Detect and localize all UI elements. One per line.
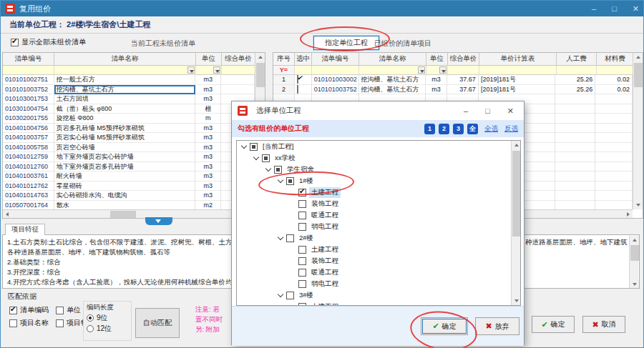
auto-match-button[interactable]: 自动匹配 (135, 308, 180, 338)
level-button[interactable]: 全 (467, 124, 478, 134)
match-checkbox[interactable]: 项目名称 (9, 317, 49, 329)
tree-item[interactable]: 暖通工程 (237, 267, 520, 278)
table-row[interactable]: 2 010101003752 挖沟槽、基坑土石方 m3 37.67 [2019]… (273, 85, 633, 95)
expand-arrow-icon[interactable] (264, 166, 273, 173)
table-row[interactable]: 010401003757 页岩实心砖墙 M5预拌砂浆砌筑 m3 (3, 133, 255, 143)
column-header[interactable]: 单位 (196, 53, 222, 66)
filter-dropdown-icon[interactable] (439, 66, 447, 74)
column-header[interactable]: 材料费 (597, 53, 634, 66)
tree-item[interactable]: 弱电工程 (237, 221, 520, 232)
scroll-thumb[interactable] (630, 245, 639, 261)
column-header[interactable]: 综合单价 (448, 53, 479, 66)
tree-item[interactable]: 装饰工程 (237, 198, 520, 209)
table-row[interactable]: 010507001764 散水 m2 (3, 201, 255, 210)
table-row[interactable]: 010301004754 截（凿）桩头 φ800 根 (3, 104, 255, 114)
tree-item[interactable]: [当前工程] (237, 141, 520, 152)
tree-checkbox[interactable] (286, 292, 294, 299)
table-row[interactable]: 010401012760 地下室外墙页岩多孔砖护墙 m3 (3, 162, 255, 172)
row-checkbox[interactable] (297, 85, 298, 94)
scroll-down-icon[interactable] (630, 280, 639, 289)
scroll-up-icon[interactable] (512, 141, 521, 149)
close-button[interactable]: ✕ (633, 4, 639, 14)
expand-arrow-icon[interactable] (276, 177, 285, 184)
expand-arrow-icon[interactable] (240, 143, 248, 150)
table-row[interactable]: 010401005758 页岩空心砖墙 m3 (3, 143, 255, 153)
tree-checkbox[interactable] (298, 212, 306, 219)
tree-vscrollbar[interactable] (511, 141, 520, 305)
table-row[interactable]: 010401004756 页岩多孔砖墙 M5预拌砂浆砌筑 m3 (3, 124, 255, 134)
table-row[interactable]: 010401012759 地下室外墙页岩实心砖护墙 m3 (3, 152, 255, 162)
tree-checkbox[interactable] (298, 280, 306, 288)
scroll-down-icon[interactable] (512, 297, 521, 305)
scroll-up-icon[interactable] (256, 53, 265, 61)
scroll-thumb[interactable] (512, 151, 521, 237)
tree-item[interactable]: 3#楼 (237, 289, 520, 301)
maximize-button[interactable]: □ (612, 4, 617, 14)
tree-checkbox[interactable] (298, 223, 306, 231)
tab-project-features[interactable]: 项目特征 (5, 224, 45, 235)
column-header[interactable]: 综合单价 (222, 53, 255, 66)
level-button[interactable]: 1 (424, 124, 435, 134)
table-row[interactable]: 010101003752 挖沟槽、基坑土石方 m3 (3, 85, 255, 95)
column-header[interactable]: 清单编号 (312, 53, 359, 66)
scroll-thumb[interactable] (110, 211, 136, 218)
table-row[interactable]: 010401003761 耐火砖墙 m3 (3, 171, 255, 182)
scroll-left-icon[interactable] (3, 210, 11, 219)
scroll-down-icon[interactable] (634, 201, 643, 209)
level-button[interactable]: 2 (439, 124, 449, 134)
scroll-up-icon[interactable] (634, 53, 643, 61)
tree-item[interactable]: 土建工程 (237, 301, 520, 306)
tree-item[interactable]: 装饰工程 (237, 255, 520, 267)
level-button[interactable]: 3 (453, 124, 464, 134)
tree-checkbox[interactable] (286, 177, 294, 185)
column-header[interactable]: 单位 (426, 53, 448, 66)
table-row[interactable]: 010401012762 零星砌砖 m3 (3, 182, 255, 192)
code-length-radio[interactable]: 9位 (87, 312, 128, 323)
tree-item[interactable]: 学生宿舍 (237, 164, 520, 175)
tree-item[interactable]: 1#楼 (237, 175, 520, 187)
filter-dropdown-icon[interactable] (213, 66, 220, 74)
tree-item[interactable]: 土建工程 (237, 244, 520, 255)
table-row[interactable]: 1 010101003002 挖沟槽、基坑土石方 m3 37.67 [2019]… (273, 75, 633, 85)
left-table-hscrollbar[interactable] (3, 209, 255, 218)
right-table-vscrollbar[interactable] (633, 53, 643, 209)
confirm-button[interactable]: ✔ 确定 (532, 316, 575, 333)
match-checkbox[interactable]: 单位 (56, 304, 81, 317)
column-header[interactable]: 清单名称 (359, 53, 426, 66)
collapse-splitter-button[interactable] (145, 217, 172, 225)
expand-arrow-icon[interactable] (252, 154, 260, 161)
column-header[interactable]: 选中 (295, 53, 312, 66)
code-length-radio[interactable]: 12位 (87, 323, 128, 334)
column-header[interactable]: 序号 (273, 53, 295, 66)
dialog-close-button[interactable]: ✕ (507, 106, 514, 116)
dialog-maximize-button[interactable]: □ (485, 106, 490, 116)
match-checkbox[interactable]: 清单编码 (9, 304, 49, 317)
tree-checkbox[interactable] (298, 257, 306, 265)
tree-checkbox[interactable] (298, 200, 306, 208)
expand-arrow-icon[interactable] (276, 292, 285, 299)
tree-item[interactable]: 2#楼 (237, 232, 520, 244)
expand-arrow-icon[interactable] (276, 234, 285, 242)
dialog-abandon-button[interactable]: ✖ 放弃 (475, 317, 519, 335)
tree-checkbox[interactable] (250, 143, 258, 151)
tree-item[interactable]: 土建工程 (237, 187, 520, 198)
minimize-button[interactable]: – (592, 4, 596, 14)
tree-checkbox[interactable] (262, 154, 270, 162)
column-header[interactable]: 人工费 (557, 53, 597, 66)
dialog-minimize-button[interactable]: – (464, 106, 468, 116)
tree-item[interactable]: 弱电工程 (237, 278, 520, 289)
filter-dropdown-icon[interactable] (187, 66, 195, 74)
tree-checkbox[interactable] (286, 234, 294, 242)
tree-checkbox[interactable] (274, 166, 282, 174)
tree-checkbox[interactable] (298, 269, 306, 277)
column-header[interactable]: 单价计算表 (479, 53, 557, 66)
tree-checkbox[interactable] (298, 189, 306, 197)
features-vscrollbar[interactable] (629, 236, 638, 289)
select-all-link[interactable]: 全选 (484, 124, 498, 134)
filter-dropdown-icon[interactable] (418, 66, 425, 74)
scroll-thumb[interactable] (256, 63, 265, 87)
table-row[interactable]: 010401014763 实心砖砌排水沟、电缆沟 m3 (3, 191, 255, 201)
show-all-unpriced-checkbox[interactable]: 显示全部未组价清单 (11, 37, 86, 47)
row-checkbox[interactable] (297, 75, 298, 84)
tree-item[interactable]: xx学校 (237, 152, 520, 164)
